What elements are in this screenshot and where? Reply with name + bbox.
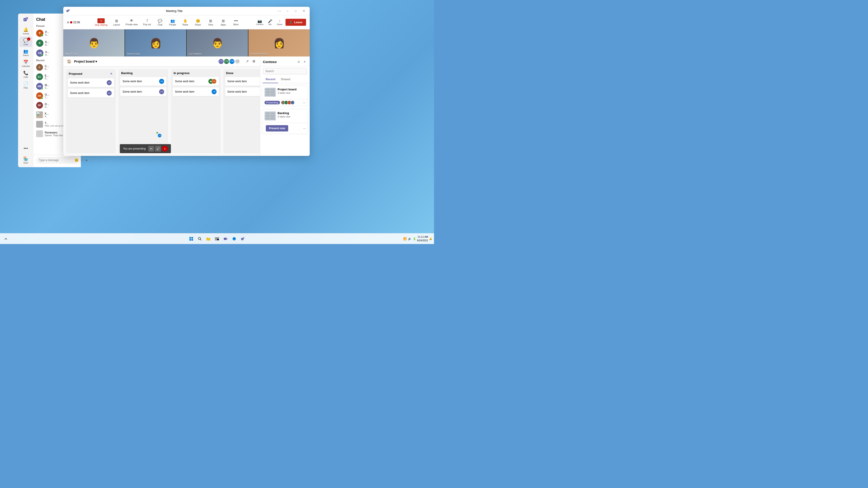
- column-proposed-add[interactable]: ＋: [110, 71, 113, 76]
- taskbar-explorer-icon: [206, 237, 211, 240]
- taskbar-edge-button[interactable]: [230, 235, 238, 243]
- send-icon[interactable]: ➤: [85, 158, 88, 162]
- settings-board-icon[interactable]: ⚙: [251, 58, 256, 64]
- apps-icon: ⊞: [222, 19, 225, 23]
- taskbar-clock[interactable]: 11:11 AM 6/24/2021: [417, 235, 428, 242]
- mic-button[interactable]: 🎤 Mic: [266, 18, 274, 26]
- card-avatar-b2: CS: [159, 89, 164, 94]
- share-board-icon[interactable]: ↗: [245, 58, 250, 64]
- card-text-b2: Some work item: [123, 90, 142, 93]
- meeting-toolbar: ⊙ 22:06 ✕ Stop sharing ⊞ Layout: [63, 15, 310, 29]
- svg-text:T: T: [242, 238, 243, 240]
- sidebar-item-store[interactable]: 🏪 Store: [20, 155, 32, 165]
- video-thumb-4[interactable]: 👩 Krystal McKinney: [248, 29, 310, 57]
- taskbar-teams-call-button[interactable]: [221, 235, 230, 243]
- card-menu-2[interactable]: ···: [303, 127, 306, 130]
- attach-icon[interactable]: ＋: [80, 158, 84, 162]
- people-button[interactable]: 👥 People: [167, 18, 179, 27]
- marker-tool[interactable]: 🖊: [155, 146, 161, 152]
- chat-button[interactable]: 💬 Chat: [154, 18, 166, 27]
- window-maximize-button[interactable]: □: [292, 8, 299, 14]
- sidebar-item-activity[interactable]: 🔔 Activity: [20, 26, 32, 36]
- private-view-icon: 👁: [130, 19, 133, 23]
- video-thumb-1[interactable]: 👨 Miguel Silva: [63, 29, 125, 57]
- layout-button[interactable]: ⊞ Layout: [111, 18, 122, 27]
- taskbar-explorer-button[interactable]: [204, 235, 213, 243]
- react-icon: 😊: [196, 19, 200, 23]
- contoso-close-button[interactable]: ✕: [302, 59, 307, 64]
- sidebar-item-calls[interactable]: 📞 Calls: [20, 69, 32, 79]
- video-thumb-2[interactable]: 👩 Serena Davis: [125, 29, 186, 57]
- camera-button[interactable]: 📷 Camera: [254, 18, 265, 26]
- kanban-card-done-1[interactable]: Some work item CB: [225, 77, 260, 86]
- kanban-card-backlog-2[interactable]: Some work item CS: [120, 88, 166, 96]
- taskbar-start-button[interactable]: [187, 235, 195, 243]
- tab-recent[interactable]: Recent: [263, 76, 278, 83]
- taskbar-teams-app-button[interactable]: T: [239, 235, 247, 243]
- window-minimize-button[interactable]: ─: [284, 8, 291, 14]
- emoji-icon[interactable]: 😊: [74, 158, 79, 162]
- battery-icon[interactable]: 🔋: [413, 237, 416, 240]
- taskbar-date-display: 6/24/2021: [417, 239, 428, 242]
- card-menu-1[interactable]: ···: [303, 101, 305, 104]
- apps-label: Apps: [221, 24, 226, 26]
- video-strip: 👨 Miguel Silva 👩 Serena Davis 👨 Guy Hawk…: [63, 29, 310, 57]
- contoso-search-input[interactable]: [263, 68, 307, 74]
- apps-button[interactable]: ⊞ Apps: [217, 18, 229, 27]
- taskbar-chevron-up[interactable]: [2, 235, 10, 243]
- sidebar-more[interactable]: •••: [20, 145, 32, 153]
- stop-sharing-button[interactable]: ✕ Stop sharing: [92, 17, 110, 28]
- home-nav-icon[interactable]: 🏠: [67, 59, 71, 64]
- leave-button[interactable]: 📵 Leave: [285, 19, 306, 26]
- chat-label: Chat: [24, 43, 28, 46]
- teams-nav: T 🔔 Activity 1 💬 Chat 👥 Teams 📅 Calendar…: [18, 13, 33, 167]
- window-dots-button[interactable]: ···: [276, 8, 283, 14]
- member-3: CW: [229, 59, 235, 64]
- pop-out-button[interactable]: ⤴ Pop out: [141, 18, 153, 27]
- private-view-button[interactable]: 👁 Private view: [123, 18, 140, 27]
- sidebar-item-files[interactable]: 📄 Files: [20, 80, 32, 90]
- video-thumb-3[interactable]: 👨 Guy Hawkins: [187, 29, 248, 57]
- network-icon[interactable]: 📶: [403, 237, 407, 240]
- participant-video-4: 👩: [248, 29, 310, 57]
- kanban-header: 🏠 Project board ▾ CS CW CW +2 ↗ ⚙: [63, 57, 260, 66]
- contoso-minimize-button[interactable]: ⊡: [296, 59, 301, 64]
- raise-button[interactable]: ✋ Raise: [180, 18, 191, 27]
- svg-rect-1: [26, 17, 28, 20]
- share-button[interactable]: ↑ Share: [275, 18, 284, 26]
- card-text-ip1: Some work item: [175, 80, 194, 83]
- column-proposed-header: Proposed ＋: [66, 69, 116, 78]
- camera-label: Camera: [256, 23, 264, 26]
- kanban-card-backlog-1[interactable]: Some work item CB: [120, 77, 166, 86]
- card-avatar-p2: CS: [107, 91, 112, 96]
- kanban-card-proposed-1[interactable]: Some work item CS: [68, 78, 114, 87]
- share-icon: ↑: [279, 19, 281, 23]
- kanban-card-proposed-2[interactable]: Some work item CS: [68, 89, 114, 97]
- react-button[interactable]: 😊 React: [192, 18, 204, 27]
- message-input[interactable]: [39, 159, 73, 162]
- taskbar-virtual-desktop-button[interactable]: [213, 235, 221, 243]
- kanban-card-done-2[interactable]: Some work item CB: [225, 88, 260, 96]
- taskbar-search-button[interactable]: [196, 235, 204, 243]
- more-icon: •••: [24, 146, 28, 151]
- sidebar-item-calendar[interactable]: 📅 Calendar: [20, 58, 32, 69]
- view-button[interactable]: ⊞ View: [205, 18, 217, 27]
- kanban-card-ip-1[interactable]: Some work item ▶ CR: [173, 77, 219, 86]
- notification-icon[interactable]: 🔔: [429, 237, 432, 240]
- card-title-2: Backlog: [278, 111, 305, 115]
- board-title[interactable]: Project board ▾: [74, 60, 97, 63]
- volume-icon[interactable]: 🔊: [408, 237, 411, 240]
- sidebar-item-teams[interactable]: 👥 Teams: [20, 47, 32, 58]
- sidebar-item-chat[interactable]: 1 💬 Chat: [20, 37, 32, 47]
- tab-shared[interactable]: Shared: [278, 76, 293, 83]
- participant-name-3: Guy Hawkins: [188, 53, 202, 55]
- pen-tool[interactable]: ✏: [148, 146, 154, 152]
- red-dot-tool[interactable]: ●: [162, 146, 168, 152]
- taskbar: T 📶 🔊 🔋 11:11 AM 6/24/2021 🔔: [0, 233, 434, 244]
- recent-avatar-1: C: [36, 64, 43, 71]
- more-button[interactable]: ••• More: [230, 18, 242, 27]
- present-now-button[interactable]: Present now: [266, 125, 288, 131]
- kanban-card-ip-2[interactable]: Some work item CB: [173, 88, 219, 96]
- window-close-button[interactable]: ✕: [301, 8, 307, 14]
- card-avatar-b1: CB: [159, 79, 164, 84]
